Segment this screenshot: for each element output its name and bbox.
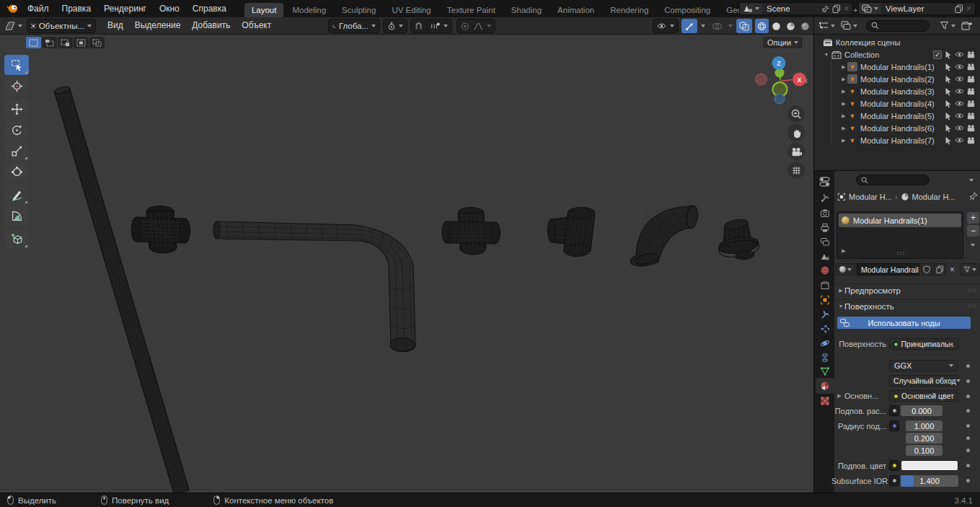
sss-method-dropdown[interactable]: Случайный обход [889, 375, 958, 387]
base-color-expand-icon[interactable]: ▶ [836, 393, 843, 399]
navigation-gizmo[interactable]: Z X [751, 55, 812, 108]
selectable-icon[interactable] [944, 75, 953, 84]
object-cross-connector-2[interactable] [442, 208, 500, 255]
subsurface-field[interactable]: 0.000 [901, 405, 943, 416]
tool-scale[interactable] [4, 141, 29, 161]
tool-move[interactable] [4, 99, 29, 119]
properties-editor-type-button[interactable] [816, 174, 834, 190]
tool-select-box[interactable] [4, 55, 29, 75]
menu-file[interactable]: Файл [21, 0, 56, 17]
slot-specials-dropdown[interactable] [971, 244, 975, 247]
outliner-filter-type-dropdown[interactable] [841, 21, 857, 30]
menu-edit[interactable]: Правка [56, 0, 98, 17]
tab-render[interactable] [816, 206, 834, 221]
ior-slider[interactable]: 1.400 [901, 475, 958, 487]
radius-socket[interactable] [889, 420, 899, 431]
menu-window[interactable]: Окно [153, 0, 186, 17]
tab-collection[interactable] [816, 278, 834, 294]
shading-wireframe-button[interactable] [755, 19, 769, 33]
section-grip-icon[interactable] [968, 288, 978, 293]
collection-checkbox[interactable]: ✓ [933, 50, 942, 59]
new-material-button[interactable] [934, 263, 945, 275]
object-t-connector[interactable] [548, 208, 596, 257]
hide-eye-icon[interactable] [955, 87, 964, 95]
add-slot-button[interactable]: + [967, 212, 979, 224]
outliner-filter-dropdown[interactable] [940, 21, 955, 30]
selectable-icon[interactable] [944, 124, 953, 133]
tab-layout[interactable]: Layout [244, 3, 284, 17]
render-camera-icon[interactable] [966, 100, 976, 107]
hide-eye-icon[interactable] [955, 136, 964, 144]
expand-icon[interactable]: ▶ [840, 138, 847, 144]
sss-color-socket[interactable] [889, 460, 899, 471]
show-overlays-toggle[interactable] [709, 19, 725, 33]
select-mode-invert[interactable] [74, 37, 89, 48]
tab-rendering[interactable]: Rendering [603, 3, 655, 17]
render-camera-icon[interactable] [966, 50, 976, 58]
material-slot-list[interactable]: Modular Handrails(1) ▶ [836, 211, 963, 259]
outliner-row-object[interactable]: ▶ ▼ Modular Handrails(1) [814, 61, 980, 73]
hide-eye-icon[interactable] [955, 100, 964, 107]
subsurface-socket[interactable] [889, 405, 899, 416]
outliner-row-object[interactable]: ▶ ▼ Modular Handrails(3) [814, 85, 980, 97]
tab-physics[interactable] [816, 335, 834, 351]
selectable-icon[interactable] [944, 100, 953, 108]
hide-eye-icon[interactable] [955, 75, 964, 83]
base-color-input[interactable]: Основной цвет [889, 390, 958, 402]
outliner-row-object[interactable]: ▶ ▼ Modular Handrails(5) [814, 110, 980, 122]
breadcrumb-material[interactable]: Modular H... [912, 193, 955, 201]
scene-name[interactable]: Scene [762, 4, 821, 13]
menu-help[interactable]: Справка [186, 0, 233, 17]
sss-color-swatch[interactable] [901, 460, 958, 471]
select-mode-extend[interactable] [42, 37, 57, 48]
decorator-dot[interactable] [966, 394, 970, 398]
pan-button[interactable] [787, 124, 805, 141]
selectable-icon[interactable] [944, 87, 953, 96]
tool-measure[interactable] [4, 206, 29, 226]
mode-dropdown[interactable]: Объектны... [27, 19, 96, 33]
tab-sculpting[interactable]: Sculpting [335, 3, 383, 17]
expand-icon[interactable]: ▶ [840, 89, 847, 94]
selectable-icon[interactable] [944, 136, 953, 145]
tab-shading[interactable]: Shading [504, 3, 549, 17]
tab-tool[interactable] [816, 190, 834, 206]
outliner-row-object[interactable]: ▶ ▼ Modular Handrails(4) [814, 97, 980, 110]
magnet-icon[interactable] [415, 22, 423, 31]
menu-view[interactable]: Вид [102, 17, 129, 34]
menu-add[interactable]: Добавить [186, 17, 236, 34]
distribution-dropdown[interactable]: GGX [889, 360, 958, 371]
expand-icon[interactable]: ▶ [840, 101, 847, 107]
tool-transform[interactable] [4, 162, 29, 182]
breadcrumb-object[interactable]: Modular H... [849, 193, 892, 201]
outliner-row-object[interactable]: ▶ ▼ Modular Handrails(6) [814, 122, 980, 134]
decorator-dot[interactable] [966, 409, 970, 413]
decorator-dot[interactable] [966, 424, 970, 428]
falloff-curve-icon[interactable] [473, 22, 483, 31]
menu-render[interactable]: Рендеринг [97, 0, 153, 17]
xray-toggle[interactable] [736, 19, 752, 33]
transform-orientation-dropdown[interactable]: Глоба... [328, 19, 380, 33]
selectable-icon[interactable] [944, 50, 953, 59]
section-grip-icon[interactable] [968, 304, 978, 309]
object-visibility-dropdown[interactable] [653, 19, 679, 33]
hide-eye-icon[interactable] [955, 112, 964, 120]
render-camera-icon[interactable] [966, 136, 976, 144]
tool-add-cube[interactable] [4, 229, 29, 249]
render-camera-icon[interactable] [966, 112, 976, 120]
radius-field-z[interactable]: 0.100 [906, 445, 943, 456]
tab-modeling[interactable]: Modeling [285, 3, 333, 17]
shading-rendered-button[interactable] [798, 19, 812, 33]
ior-socket[interactable] [889, 475, 899, 486]
viewlayer-name[interactable]: ViewLayer [881, 4, 955, 13]
shading-solid-button[interactable] [769, 19, 783, 33]
editor-type-button[interactable] [4, 21, 22, 31]
decorator-dot[interactable] [966, 449, 970, 452]
camera-view-button[interactable] [787, 143, 805, 160]
pin-id-icon[interactable] [969, 192, 978, 200]
outliner-row-collection[interactable]: ▼ Collection ✓ [814, 48, 980, 61]
snap-target-icon[interactable] [431, 22, 440, 31]
material-link-dropdown[interactable] [960, 263, 979, 275]
expand-icon[interactable]: ▶ [840, 125, 847, 131]
viewport-3d[interactable]: Опции [0, 35, 813, 493]
new-collection-button[interactable] [961, 21, 973, 31]
